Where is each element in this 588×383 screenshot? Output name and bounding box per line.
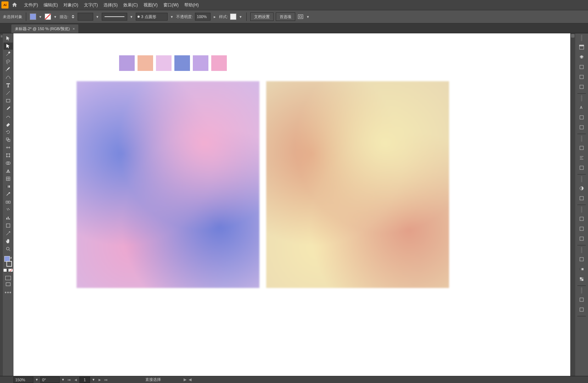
vertical-scrollbar[interactable] (570, 33, 575, 376)
fill-stroke-widget[interactable]: ⇄ (4, 256, 13, 267)
palette-swatch[interactable] (138, 55, 153, 71)
palette-swatch[interactable] (174, 55, 190, 71)
type-tool[interactable] (4, 82, 13, 89)
mesh-tool[interactable] (4, 175, 13, 182)
pathfinder-panel-icon[interactable] (576, 163, 587, 173)
menu-item[interactable]: 编辑(E) (41, 1, 61, 10)
gradient-tool[interactable] (4, 183, 13, 190)
none-color-icon[interactable] (10, 269, 13, 272)
screen-mode-widget[interactable] (4, 276, 13, 280)
color-guide-panel-icon[interactable] (576, 193, 587, 203)
color-panel-icon[interactable] (576, 183, 587, 193)
menu-item[interactable]: 对象(O) (61, 1, 81, 10)
panel-group-handle[interactable] (581, 35, 582, 41)
artboard-tool[interactable] (4, 222, 13, 229)
palette-swatch[interactable] (193, 55, 208, 71)
magic-wand-tool[interactable] (4, 50, 13, 57)
libraries-panel-icon[interactable] (576, 62, 587, 72)
transform-panel-icon[interactable] (576, 143, 587, 153)
menu-item[interactable]: 选择(S) (101, 1, 121, 10)
gradient-icon[interactable] (7, 269, 10, 272)
panel-group-handle[interactable] (581, 206, 582, 213)
rotation-dropdown-icon[interactable]: ▾ (61, 378, 65, 382)
document-tab[interactable]: 未标题-2* @ 150 % (RGB/预览) × (11, 24, 78, 33)
next-artboard-icon[interactable]: ▶ (97, 377, 102, 382)
brush-dropdown-icon[interactable]: ▾ (170, 15, 174, 19)
symbol-sprayer-tool[interactable] (4, 206, 13, 213)
zoom-level-input[interactable]: 150% (13, 377, 33, 383)
close-icon[interactable]: × (73, 27, 75, 31)
blend-tool[interactable] (4, 199, 13, 206)
properties-panel-icon[interactable] (576, 42, 587, 52)
gradient-panel-icon[interactable] (576, 264, 587, 274)
rotation-input[interactable]: 0° (40, 377, 60, 383)
preferences-button[interactable]: 首选项 (276, 12, 295, 21)
stroke-weight-dropdown-icon[interactable]: ▾ (95, 15, 100, 19)
shaper-tool[interactable] (4, 113, 13, 120)
home-icon[interactable] (11, 2, 18, 8)
graphic-style-swatch[interactable] (230, 13, 236, 20)
canvas-area[interactable] (13, 33, 575, 376)
lasso-tool[interactable] (4, 58, 13, 65)
style-dropdown-icon[interactable]: ▾ (239, 15, 243, 19)
gradient-artwork-right[interactable] (266, 81, 449, 288)
scale-tool[interactable] (4, 136, 13, 143)
panel-group-handle[interactable] (581, 135, 582, 142)
last-artboard-icon[interactable]: ⏭ (103, 377, 108, 382)
solid-color-icon[interactable] (4, 269, 7, 272)
selection-tool[interactable] (4, 35, 13, 42)
symbols-panel-icon[interactable] (576, 234, 587, 244)
play-icon[interactable]: ▶ (184, 377, 186, 382)
opentype-panel-icon[interactable] (576, 122, 587, 132)
perspective-grid-tool[interactable] (4, 167, 13, 174)
prev-artboard-icon[interactable]: ◀ (73, 377, 78, 382)
palette-swatch[interactable] (119, 55, 135, 71)
free-transform-tool[interactable] (4, 152, 13, 159)
graphic-styles-panel-icon[interactable] (576, 305, 587, 315)
direct-selection-tool[interactable] (4, 43, 13, 50)
menu-item[interactable]: 效果(C) (121, 1, 141, 10)
variable-width-profile[interactable] (102, 13, 127, 21)
paragraph-panel-icon[interactable] (576, 112, 587, 122)
palette-swatch[interactable] (156, 55, 172, 71)
slice-tool[interactable] (4, 230, 13, 237)
panel-group-handle[interactable] (581, 95, 582, 101)
screen-mode-button[interactable] (4, 281, 13, 288)
profile-dropdown-icon[interactable]: ▾ (129, 15, 134, 19)
align-panel-icon[interactable] (576, 153, 587, 163)
document-setup-button[interactable]: 文档设置 (250, 12, 274, 21)
appearance-panel-icon[interactable] (576, 295, 587, 305)
align-dropdown-icon[interactable]: ▾ (306, 15, 310, 19)
paintbrush-tool[interactable] (4, 105, 13, 112)
scrollbar-thumb[interactable] (571, 34, 575, 38)
panel-group-handle[interactable] (581, 247, 582, 253)
stroke-color-icon[interactable] (6, 261, 12, 267)
color-mode-switches[interactable] (4, 269, 13, 272)
stroke-weight-stepper[interactable] (71, 13, 75, 20)
artboard-dropdown-icon[interactable]: ▾ (91, 378, 96, 382)
stroke-dropdown-icon[interactable]: ▾ (53, 15, 57, 19)
fill-dropdown-icon[interactable]: ▾ (38, 15, 43, 19)
rotate-tool[interactable] (4, 128, 13, 135)
hand-tool[interactable] (4, 238, 13, 245)
draw-mode-icon[interactable] (5, 276, 11, 280)
palette-swatch[interactable] (211, 55, 227, 71)
width-tool[interactable] (4, 144, 13, 151)
brushes-panel-icon[interactable] (576, 224, 587, 234)
curvature-tool[interactable] (4, 74, 13, 81)
panel-group-handle[interactable] (581, 176, 582, 182)
line-tool[interactable] (4, 89, 13, 96)
swap-icon[interactable]: ⇄ (9, 256, 12, 260)
stroke-panel-icon[interactable] (576, 254, 587, 264)
shape-builder-tool[interactable] (4, 160, 13, 167)
menu-item[interactable]: 窗口(W) (161, 1, 181, 10)
zoom-dropdown-icon[interactable]: ▾ (35, 378, 39, 382)
gradient-artwork-left[interactable] (77, 81, 259, 288)
pen-tool[interactable] (4, 66, 13, 73)
stroke-swatch[interactable] (45, 13, 51, 20)
menu-item[interactable]: 帮助(H) (181, 1, 202, 10)
edit-toolbar-icon[interactable]: ••• (5, 291, 11, 294)
opacity-input[interactable] (195, 13, 211, 21)
artboard-number-input[interactable]: 1 (79, 377, 90, 383)
menu-item[interactable]: 文件(F) (21, 1, 41, 10)
